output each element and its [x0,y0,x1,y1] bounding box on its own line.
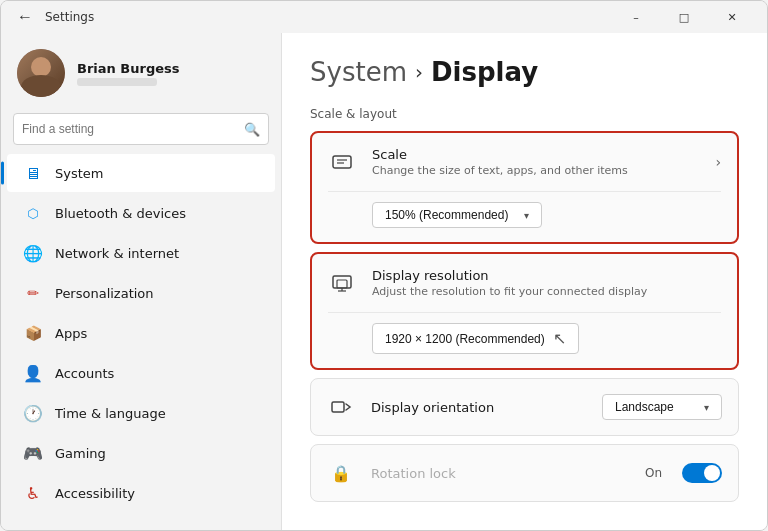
bluetooth-icon: ⬡ [23,203,43,223]
scale-dropdown-chevron-icon: ▾ [524,210,529,221]
resolution-dropdown-value: 1920 × 1200 (Recommended) [385,332,545,346]
sidebar-item-accessibility[interactable]: ♿ Accessibility [7,474,275,512]
breadcrumb-chevron: › [415,60,423,84]
sidebar-item-network[interactable]: 🌐 Network & internet [7,234,275,272]
user-name: Brian Burgess [77,61,180,76]
resolution-card-text: Display resolution Adjust the resolution… [372,268,721,298]
user-profile: Brian Burgess [1,41,281,113]
sidebar-item-label: Accessibility [55,486,135,501]
svg-rect-3 [333,276,351,288]
avatar [17,49,65,97]
resolution-card-row: Display resolution Adjust the resolution… [312,254,737,312]
scale-card-row: Scale Change the size of text, apps, and… [312,133,737,191]
scale-dropdown-row: 150% (Recommended) ▾ [312,192,737,242]
accessibility-icon: ♿ [23,483,43,503]
resolution-card: Display resolution Adjust the resolution… [310,252,739,370]
rotation-on-label: On [645,466,662,480]
sidebar-item-time[interactable]: 🕐 Time & language [7,394,275,432]
close-button[interactable]: ✕ [709,1,755,33]
network-icon: 🌐 [23,243,43,263]
content-area: Brian Burgess 🔍 🖥 System ⬡ Bluetooth & d… [1,33,767,530]
back-button[interactable]: ← [13,4,37,30]
time-icon: 🕐 [23,403,43,423]
search-input[interactable] [22,122,244,136]
rotation-toggle[interactable] [682,463,722,483]
breadcrumb: System [310,57,407,87]
svg-rect-0 [333,156,351,168]
resolution-value-row: 1920 × 1200 (Recommended) ↖ [372,323,721,354]
sidebar-item-bluetooth[interactable]: ⬡ Bluetooth & devices [7,194,275,232]
orientation-label: Display orientation [371,400,586,415]
search-icon: 🔍 [244,122,260,137]
sidebar-item-label: System [55,166,103,181]
resolution-dropdown-row: 1920 × 1200 (Recommended) ↖ [312,313,737,368]
orientation-icon [327,393,355,421]
search-box[interactable]: 🔍 [13,113,269,145]
titlebar-controls: – □ ✕ [613,1,755,33]
sidebar-item-label: Accounts [55,366,114,381]
minimize-button[interactable]: – [613,1,659,33]
sidebar-item-apps[interactable]: 📦 Apps [7,314,275,352]
sidebar-item-accounts[interactable]: 👤 Accounts [7,354,275,392]
sidebar-item-label: Gaming [55,446,106,461]
sidebar-item-label: Personalization [55,286,154,301]
user-subtitle [77,78,157,86]
titlebar: ← Settings – □ ✕ [1,1,767,33]
resolution-dropdown[interactable]: 1920 × 1200 (Recommended) ↖ [372,323,579,354]
scale-title: Scale [372,147,699,162]
rotation-row: 🔒 Rotation lock On [310,444,739,502]
settings-window: ← Settings – □ ✕ Brian Burgess [0,0,768,531]
section-label-scale-layout: Scale & layout [310,107,739,121]
titlebar-left: ← Settings [13,4,94,30]
sidebar: Brian Burgess 🔍 🖥 System ⬡ Bluetooth & d… [1,33,281,530]
gaming-icon: 🎮 [23,443,43,463]
scale-dropdown[interactable]: 150% (Recommended) ▾ [372,202,542,228]
page-header: System › Display [310,57,739,87]
scale-desc: Change the size of text, apps, and other… [372,164,699,177]
cursor-icon: ↖ [553,329,566,348]
user-info: Brian Burgess [77,61,180,86]
accounts-icon: 👤 [23,363,43,383]
orientation-dropdown[interactable]: Landscape ▾ [602,394,722,420]
sidebar-item-personalization[interactable]: ✏️ Personalization [7,274,275,312]
sidebar-item-label: Time & language [55,406,166,421]
sidebar-item-label: Network & internet [55,246,179,261]
system-icon: 🖥 [23,163,43,183]
sidebar-item-label: Apps [55,326,87,341]
resolution-desc: Adjust the resolution to fit your connec… [372,285,721,298]
sidebar-item-system[interactable]: 🖥 System [7,154,275,192]
apps-icon: 📦 [23,323,43,343]
avatar-image [17,49,65,97]
scale-card: Scale Change the size of text, apps, and… [310,131,739,244]
rotation-label: Rotation lock [371,466,629,481]
sidebar-item-gaming[interactable]: 🎮 Gaming [7,434,275,472]
scale-card-text: Scale Change the size of text, apps, and… [372,147,699,177]
scale-dropdown-value: 150% (Recommended) [385,208,508,222]
main-content: System › Display Scale & layout [281,33,767,530]
rotation-lock-icon: 🔒 [327,459,355,487]
svg-rect-7 [332,402,344,412]
svg-rect-4 [337,280,347,288]
titlebar-title: Settings [45,10,94,24]
orientation-dropdown-chevron-icon: ▾ [704,402,709,413]
page-title: Display [431,57,538,87]
scale-chevron-icon: › [715,154,721,170]
orientation-row: Display orientation Landscape ▾ [310,378,739,436]
maximize-button[interactable]: □ [661,1,707,33]
resolution-title: Display resolution [372,268,721,283]
scale-icon [328,148,356,176]
personalization-icon: ✏️ [23,283,43,303]
sidebar-item-label: Bluetooth & devices [55,206,186,221]
toggle-knob [704,465,720,481]
orientation-value: Landscape [615,400,674,414]
resolution-icon [328,269,356,297]
